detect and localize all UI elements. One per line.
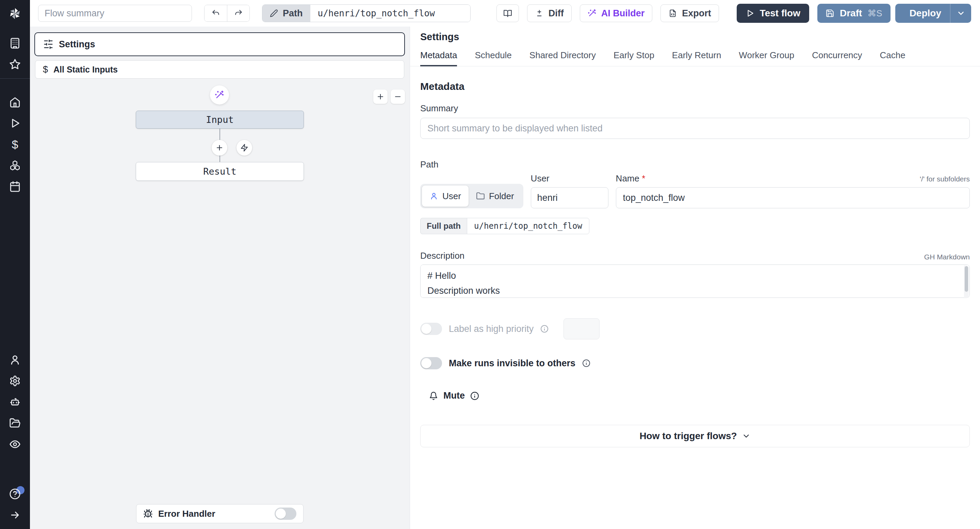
chevron-down-icon	[956, 9, 966, 18]
full-path-badge: Full path	[420, 218, 467, 234]
error-handler-node[interactable]: Error Handler	[136, 504, 304, 523]
wand-icon	[588, 9, 597, 18]
pencil-icon	[270, 9, 278, 18]
info-icon[interactable]	[540, 325, 549, 333]
summary-input[interactable]	[420, 118, 970, 139]
deploy-options-button[interactable]	[950, 4, 971, 23]
help-button[interactable]	[0, 483, 30, 505]
invisible-runs-toggle[interactable]	[420, 357, 442, 369]
person-icon	[430, 192, 438, 201]
owner-kind-user[interactable]: User	[422, 185, 469, 207]
diff-icon	[535, 9, 544, 18]
zoom-out-button[interactable]	[391, 89, 405, 104]
tab-worker-group[interactable]: Worker Group	[739, 50, 794, 66]
static-inputs-label: All Static Inputs	[53, 65, 118, 75]
path-label: Path	[283, 8, 303, 19]
full-path-value: u/henri/top_notch_flow	[467, 218, 589, 234]
user-field-label: User	[531, 173, 608, 184]
diff-button[interactable]: Diff	[527, 5, 572, 22]
owner-kind-folder[interactable]: Folder	[469, 185, 522, 207]
schedules-icon[interactable]	[0, 176, 30, 197]
add-step-button[interactable]	[212, 140, 227, 156]
tab-metadata[interactable]: Metadata	[420, 50, 457, 66]
folders-icon[interactable]	[0, 413, 30, 434]
home-icon[interactable]	[0, 92, 30, 113]
error-handler-label: Error Handler	[158, 508, 215, 519]
name-field-label: Name *	[616, 173, 646, 184]
trigger-label: How to trigger flows?	[640, 430, 737, 441]
user-icon[interactable]	[0, 349, 30, 370]
bell-icon	[429, 392, 438, 400]
settings-panel: Settings Metadata Schedule Shared Direct…	[410, 27, 980, 529]
owner-folder-label: Folder	[489, 191, 514, 202]
runs-icon[interactable]	[0, 113, 30, 134]
ai-suggest-button[interactable]	[210, 86, 229, 105]
deploy-button[interactable]: Deploy	[895, 4, 950, 23]
settings-gear-icon[interactable]	[0, 370, 30, 392]
owner-user-label: User	[442, 191, 461, 202]
tab-shared-directory[interactable]: Shared Directory	[530, 50, 596, 66]
magic-wand-icon	[215, 90, 224, 100]
undo-button[interactable]	[205, 5, 227, 21]
user-field[interactable]	[531, 187, 608, 208]
test-flow-label: Test flow	[760, 8, 800, 19]
ai-builder-label: AI Builder	[601, 8, 645, 19]
flow-summary-input[interactable]	[38, 5, 192, 22]
ai-bot-icon[interactable]	[0, 392, 30, 413]
test-flow-button[interactable]: Test flow	[737, 4, 809, 23]
docs-button[interactable]	[496, 5, 519, 22]
expand-sidebar-icon[interactable]	[0, 505, 30, 526]
deploy-button-group: Deploy	[895, 4, 971, 23]
mute-label: Mute	[443, 390, 465, 401]
tab-schedule[interactable]: Schedule	[475, 50, 511, 66]
variables-icon[interactable]: $	[0, 134, 30, 155]
flow-canvas: Settings $ All Static Inputs Input Resul…	[30, 27, 410, 529]
path-section-label: Path	[420, 159, 970, 170]
draft-shortcut: ⌘S	[867, 8, 882, 19]
audit-eye-icon[interactable]	[0, 434, 30, 455]
draft-label: Draft	[840, 8, 862, 19]
deploy-label: Deploy	[910, 8, 941, 19]
minus-icon	[394, 92, 402, 101]
settings-tabs: Metadata Schedule Shared Directory Early…	[410, 50, 980, 66]
path-control[interactable]: Path u/henri/top_notch_flow	[262, 5, 471, 22]
windmill-logo-icon[interactable]	[0, 0, 30, 27]
save-icon	[826, 9, 834, 18]
dollar-icon: $	[43, 64, 48, 75]
description-textarea[interactable]: # Hello Description works	[420, 264, 970, 298]
draft-button[interactable]: Draft ⌘S	[817, 4, 891, 23]
workspace-icon[interactable]	[0, 33, 30, 54]
info-icon[interactable]	[582, 359, 590, 367]
name-field[interactable]	[616, 187, 970, 208]
high-priority-toggle[interactable]	[420, 323, 442, 335]
path-value: u/henri/top_notch_flow	[310, 5, 470, 22]
result-node[interactable]: Result	[136, 162, 304, 181]
scrollbar-thumb[interactable]	[965, 266, 968, 292]
required-asterisk: *	[642, 173, 645, 183]
tab-concurrency[interactable]: Concurrency	[812, 50, 862, 66]
error-handler-toggle[interactable]	[275, 508, 296, 520]
add-trigger-button[interactable]	[237, 140, 252, 156]
redo-button[interactable]	[227, 5, 250, 21]
tab-cache[interactable]: Cache	[880, 50, 905, 66]
sidebar-separator	[0, 78, 30, 79]
textarea-scrollbar[interactable]	[964, 266, 969, 298]
ai-builder-button[interactable]: AI Builder	[580, 5, 653, 22]
info-icon[interactable]	[470, 392, 479, 400]
all-static-inputs-node[interactable]: $ All Static Inputs	[35, 60, 404, 79]
settings-panel-title: Settings	[410, 27, 980, 43]
flow-settings-node[interactable]: Settings	[34, 32, 405, 56]
path-edit-segment[interactable]: Path	[262, 5, 310, 22]
zoom-in-button[interactable]	[373, 89, 388, 104]
export-button[interactable]: Export	[660, 5, 719, 22]
owner-kind-toggle: User Folder	[420, 184, 523, 208]
tab-early-return[interactable]: Early Return	[672, 50, 721, 66]
plus-icon	[215, 143, 224, 152]
flow-settings-label: Settings	[59, 39, 95, 50]
resources-icon[interactable]	[0, 155, 30, 176]
how-to-trigger-expander[interactable]: How to trigger flows?	[420, 425, 970, 447]
input-node[interactable]: Input	[136, 111, 304, 129]
mute-row[interactable]: Mute	[429, 390, 970, 401]
favorites-icon[interactable]	[0, 54, 30, 75]
tab-early-stop[interactable]: Early Stop	[614, 50, 654, 66]
